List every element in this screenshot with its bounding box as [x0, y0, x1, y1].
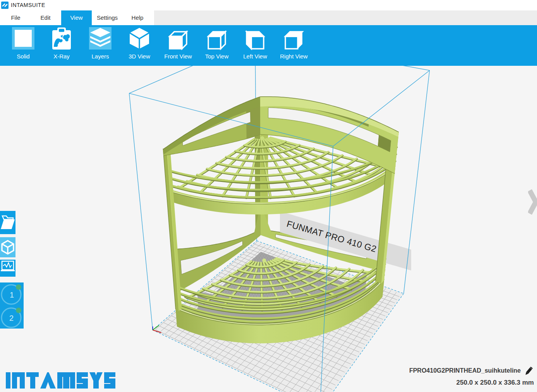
svg-text:2: 2 [9, 314, 14, 322]
svg-text:1: 1 [10, 291, 14, 299]
